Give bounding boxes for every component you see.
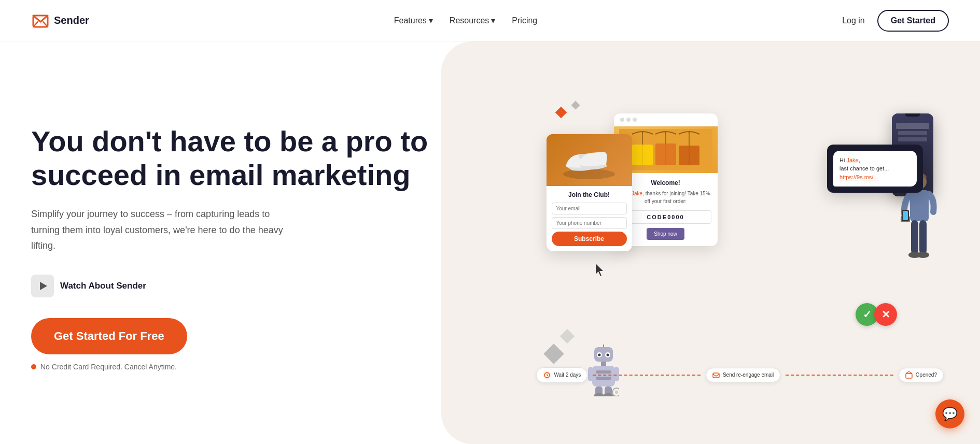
sms-text: Hi Jake, last chance to get... https://9…	[839, 156, 911, 182]
svg-rect-45	[906, 374, 912, 378]
deco-diamond-1	[555, 106, 567, 118]
svg-point-21	[917, 252, 929, 258]
watch-video-button[interactable]: Watch About Sender	[31, 275, 536, 297]
svg-rect-19	[919, 220, 927, 254]
note-text: No Credit Card Required. Cancel Anytime.	[40, 363, 177, 371]
sms-card: Hi Jake, last chance to get... https://9…	[827, 145, 923, 193]
svg-point-2	[563, 169, 615, 179]
svg-rect-6	[632, 145, 653, 165]
hero-section: You don't have to be a pro to succeed in…	[0, 41, 980, 444]
popup-title: Join the Club!	[552, 191, 627, 198]
flow-connector-1	[593, 375, 701, 376]
sms-bubble: Hi Jake, last chance to get... https://9…	[833, 151, 917, 187]
chevron-down-icon: ▾	[491, 16, 495, 25]
hangers-illustration	[619, 129, 712, 170]
email-icon	[712, 371, 720, 379]
chat-icon: 💬	[942, 407, 958, 421]
email-card-header	[614, 113, 718, 126]
navbar: Sender Features ▾ Resources ▾ Pricing Lo…	[0, 0, 980, 41]
send-label: Send re-engage email	[723, 372, 774, 378]
send-email-step: Send re-engage email	[706, 368, 780, 382]
note-dot	[31, 364, 36, 369]
popup-email-input[interactable]	[552, 203, 627, 214]
hero-title: You don't have to be a pro to succeed in…	[31, 125, 536, 192]
hero-note: No Credit Card Required. Cancel Anytime.	[31, 363, 536, 371]
hero-right: ✕ Join the Club! Subscribe	[536, 93, 949, 404]
deco-diamond-2	[571, 101, 580, 109]
get-started-button[interactable]: Get Started	[877, 10, 949, 32]
chat-widget-button[interactable]: 💬	[935, 399, 964, 428]
svg-rect-9	[655, 144, 676, 165]
svg-line-43	[547, 375, 548, 376]
email-name: Jake	[632, 191, 642, 196]
nav-actions: Log in Get Started	[842, 10, 949, 32]
cursor-icon	[596, 264, 606, 279]
logo-text: Sender	[54, 15, 89, 26]
hero-left: You don't have to be a pro to succeed in…	[31, 125, 536, 371]
flow-connector-2	[786, 375, 893, 376]
hero-subtitle: Simplify your journey to success – from …	[31, 206, 301, 254]
shoes-illustration	[558, 138, 620, 182]
watch-label: Watch About Sender	[60, 281, 146, 291]
svg-point-38	[603, 393, 613, 396]
svg-rect-12	[679, 146, 699, 165]
svg-rect-29	[601, 362, 606, 366]
svg-point-40	[615, 391, 618, 394]
opened-email-icon	[905, 371, 913, 379]
automation-flow: Wait 2 days Send re-engage email Opened?	[536, 367, 944, 383]
login-link[interactable]: Log in	[842, 16, 865, 25]
promo-code: CODE0000	[620, 210, 711, 224]
sms-link: https://9s.ms/...	[839, 174, 878, 180]
play-icon	[31, 275, 54, 297]
logo-icon	[31, 11, 50, 30]
check-x-group: ✓ ✕	[856, 303, 897, 326]
svg-point-37	[594, 393, 604, 396]
svg-rect-44	[713, 373, 719, 378]
svg-point-26	[606, 353, 609, 356]
nav-links: Features ▾ Resources ▾ Pricing	[394, 16, 538, 25]
play-triangle	[40, 282, 47, 290]
window-dot-3	[633, 118, 637, 122]
logo[interactable]: Sender	[31, 11, 89, 30]
opened-label: Opened?	[916, 372, 937, 378]
popup-body: Join the Club! Subscribe	[547, 186, 632, 251]
deco-diamond-4	[559, 328, 574, 343]
svg-rect-18	[911, 220, 918, 254]
window-dot-2	[626, 118, 631, 122]
nav-resources[interactable]: Resources ▾	[450, 16, 495, 25]
popup-image	[547, 134, 632, 186]
svg-rect-17	[903, 211, 908, 220]
window-dot-1	[620, 118, 624, 122]
email-welcome-text: Welcome!	[620, 179, 711, 187]
sms-name: Jake	[846, 157, 858, 163]
clock-icon	[543, 371, 551, 379]
nav-features[interactable]: Features ▾	[394, 16, 433, 25]
popup-subscribe-button[interactable]: Subscribe	[552, 232, 627, 246]
svg-point-25	[598, 353, 600, 356]
popup-card: ✕ Join the Club! Subscribe	[547, 134, 632, 251]
popup-phone-input[interactable]	[552, 217, 627, 229]
x-circle-icon: ✕	[874, 303, 897, 326]
deco-diamond-3	[543, 343, 564, 364]
phone-notch	[905, 113, 920, 117]
chevron-down-icon: ▾	[429, 16, 433, 25]
hero-cta-button[interactable]: Get Started For Free	[31, 318, 187, 354]
opened-step: Opened?	[899, 368, 944, 382]
nav-pricing[interactable]: Pricing	[512, 16, 537, 25]
wait-step: Wait 2 days	[536, 367, 588, 383]
email-greeting: Hey Jake, thanks for joining! Take 15% o…	[620, 190, 711, 205]
wait-label: Wait 2 days	[554, 372, 581, 378]
shop-now-button[interactable]: Shop now	[647, 228, 684, 240]
